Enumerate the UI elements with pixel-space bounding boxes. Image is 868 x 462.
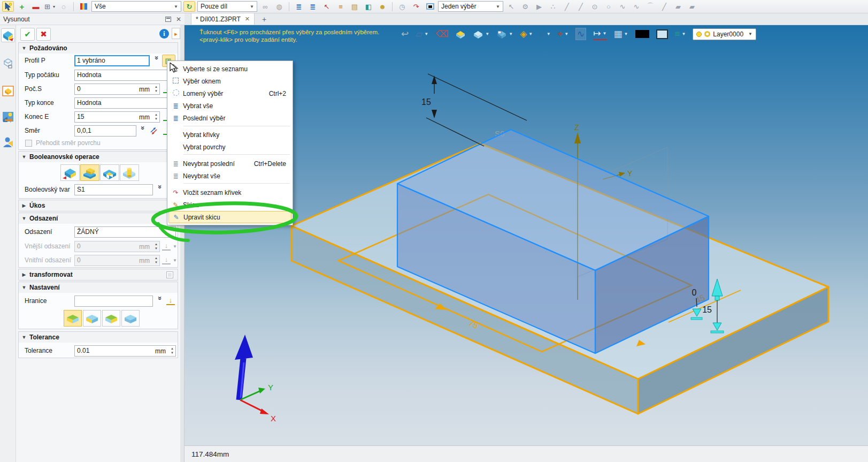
- user-tool-icon[interactable]: [1, 135, 15, 149]
- entity-filter-select[interactable]: Vše ▼: [91, 1, 181, 12]
- flip-direction-icon[interactable]: [150, 127, 158, 137]
- sheet-icon[interactable]: ▰: [672, 1, 684, 12]
- menu-item-insert-curve-list[interactable]: ↷ Vložit seznam křivek: [168, 186, 291, 199]
- boundary-option-4-button[interactable]: [121, 310, 140, 327]
- group-settings-header[interactable]: ▼ Nastavení: [19, 282, 178, 293]
- start-input[interactable]: 0 mm ▲▼: [74, 84, 160, 95]
- info-icon[interactable]: i: [159, 29, 169, 39]
- user-session-icon[interactable]: ☻: [377, 1, 388, 12]
- ok-button[interactable]: ✔: [20, 28, 35, 41]
- entity-list-icon[interactable]: ≡: [335, 1, 347, 12]
- extrude-tool-icon[interactable]: [1, 28, 15, 42]
- lasso-select-icon[interactable]: ◌: [58, 1, 70, 12]
- menu-item-select-all[interactable]: ≣ Vybrat vše: [168, 100, 291, 112]
- sheet2-icon[interactable]: ▰: [686, 1, 698, 12]
- window-select-icon[interactable]: ⊞▾: [44, 1, 56, 12]
- boolean-shape-chevron[interactable]: »: [156, 185, 164, 194]
- start-type-input[interactable]: Hodnota: [74, 70, 176, 81]
- menu-item-select-from-list[interactable]: Vyberte si ze seznamu: [168, 63, 291, 75]
- play-icon[interactable]: ▶: [533, 1, 545, 12]
- group-boolean-header[interactable]: ▼ Booleanovské operace: [19, 152, 178, 162]
- boolean-shape-input[interactable]: S1: [74, 184, 153, 195]
- pick-cursor-icon[interactable]: ↖: [505, 1, 517, 12]
- filter-icon[interactable]: [78, 1, 89, 12]
- transform-checkbox[interactable]: [166, 271, 173, 278]
- group-offset-header[interactable]: ▼ Odsazení: [19, 213, 178, 224]
- pick-mode-select[interactable]: Jeden výběr ▼: [438, 1, 503, 12]
- link-icon[interactable]: ∞: [259, 1, 271, 12]
- group-draft-header[interactable]: ▶ Úkos: [19, 200, 178, 211]
- points-icon[interactable]: ∴: [547, 1, 559, 12]
- curve-hook-icon[interactable]: ↷: [410, 1, 422, 12]
- arc-icon[interactable]: ⌒: [644, 1, 656, 12]
- profile-expand-chevron[interactable]: »: [153, 56, 161, 65]
- close-tab-icon[interactable]: ✕: [245, 16, 250, 22]
- help-flyout-icon[interactable]: ▸: [172, 28, 180, 39]
- target-point-icon[interactable]: ⌖▼: [558, 29, 569, 40]
- history-icon[interactable]: ◷: [396, 1, 408, 12]
- media-folder-icon[interactable]: ▤: [349, 1, 360, 12]
- pick-highlight-icon[interactable]: [2, 1, 14, 12]
- scope-select[interactable]: Pouze díl ▼: [197, 1, 257, 12]
- boundary-option-3-button[interactable]: [102, 310, 120, 327]
- group-transform-header[interactable]: ▶ transformovat: [19, 269, 178, 280]
- offset-input[interactable]: ŽÁDNÝ: [74, 226, 176, 238]
- float-panel-icon[interactable]: [165, 17, 171, 22]
- curve-point-icon[interactable]: ∿: [575, 28, 586, 40]
- menu-item-edit-sketch[interactable]: ✎ Upravit skicu: [168, 211, 291, 223]
- boolean-base-button[interactable]: [60, 164, 80, 181]
- profile-input[interactable]: 1 vybráno: [74, 55, 150, 66]
- plate-height-dim[interactable]: 15: [421, 97, 431, 107]
- background-black-swatch[interactable]: [635, 30, 649, 38]
- datum-tool-icon[interactable]: [1, 56, 15, 70]
- flip-surface-checkbox[interactable]: [25, 140, 32, 147]
- boundary-input[interactable]: [74, 296, 153, 307]
- spinner-icon[interactable]: ▲▼: [171, 346, 174, 355]
- boundary-option-1-button[interactable]: [64, 310, 82, 327]
- layers-icon[interactable]: ≡▼: [675, 29, 686, 40]
- spinner-icon[interactable]: ▲▼: [155, 85, 158, 93]
- extrude-height-dim[interactable]: 15: [702, 305, 712, 314]
- pip-view-icon[interactable]: [424, 1, 436, 12]
- menu-item-deselect-all[interactable]: ≣ Nevybrat vše: [168, 170, 291, 182]
- end-input[interactable]: 15 mm ▲▼: [74, 111, 160, 123]
- document-tab[interactable]: * Díl001.Z3PRT ✕: [191, 13, 255, 25]
- menu-item-deselect-last[interactable]: ≣ Nevybrat poslední Ctrl+Delete: [168, 157, 291, 170]
- layer-combo[interactable]: Layer0000 ▼: [693, 28, 756, 40]
- close-panel-icon[interactable]: ✕: [176, 16, 181, 23]
- menu-item-select-curves[interactable]: Vybrat křivky: [168, 128, 291, 141]
- boundary-option-2-button[interactable]: [83, 310, 101, 327]
- wireframe-box-icon[interactable]: ◈▼: [520, 28, 533, 40]
- new-tab-button[interactable]: +: [262, 15, 266, 25]
- offset-zero-dim[interactable]: 0: [692, 288, 697, 297]
- menu-item-select-faces[interactable]: Vybrat povrchy: [168, 141, 291, 153]
- zoom-document-icon[interactable]: ⌕▼: [540, 29, 550, 40]
- line-point-icon[interactable]: ╱: [575, 1, 587, 12]
- pick-entity-icon[interactable]: ↖: [321, 1, 333, 12]
- pick-from-list-icon[interactable]: ≣: [293, 1, 305, 12]
- apply-boundary-icon[interactable]: ↓: [166, 296, 175, 305]
- segment-icon[interactable]: ╱: [658, 1, 670, 12]
- group-required-header[interactable]: ▼ Požadováno: [19, 43, 178, 54]
- background-blue-swatch[interactable]: [656, 29, 668, 39]
- eraser-icon[interactable]: ⌫: [435, 28, 448, 40]
- direction-input[interactable]: 0,0,1: [74, 125, 136, 137]
- block-tool-icon[interactable]: [1, 84, 15, 98]
- activate-part-icon[interactable]: ↻: [183, 1, 195, 12]
- end-type-input[interactable]: Hodnota: [74, 97, 176, 109]
- menu-item-window-select[interactable]: Výběr oknem: [168, 75, 291, 87]
- pick-last-icon[interactable]: ≣: [307, 1, 319, 12]
- menu-item-polygon-select[interactable]: Lomený výběr Ctrl+2: [168, 87, 291, 100]
- boolean-intersect-button[interactable]: [120, 164, 139, 181]
- spline-icon[interactable]: ∿: [617, 1, 628, 12]
- exit-icon[interactable]: ↩: [401, 28, 409, 40]
- scene-image-icon[interactable]: ◧: [363, 1, 374, 12]
- tolerance-input[interactable]: 0.01 mm ▲▼: [74, 345, 176, 357]
- group-tolerance-header[interactable]: ▼ Tolerance: [19, 332, 178, 343]
- shade-face-icon[interactable]: [455, 29, 466, 39]
- cancel-button[interactable]: ✖: [36, 28, 51, 41]
- section-view-icon[interactable]: ▼: [496, 29, 513, 39]
- alarm-icon[interactable]: ◍: [273, 1, 285, 12]
- menu-item-last-select[interactable]: ≣ Poslední výběr: [168, 112, 291, 124]
- display-mode-icon[interactable]: ▼: [473, 29, 489, 39]
